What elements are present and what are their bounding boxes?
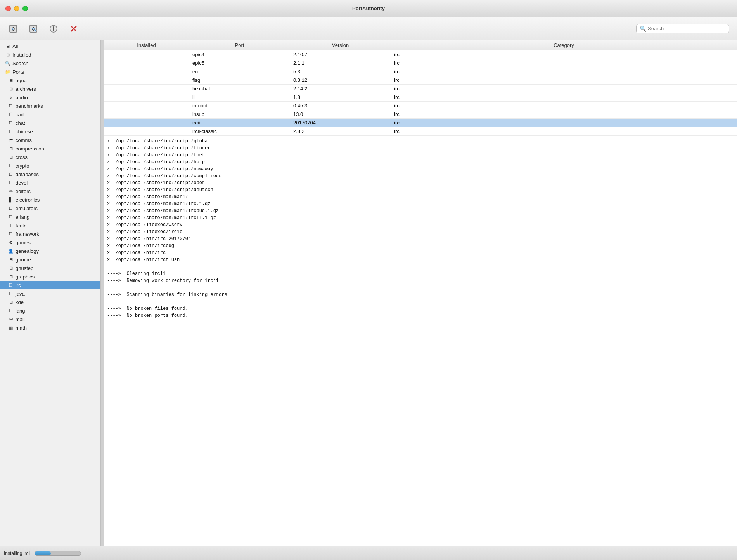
cell-installed-0 <box>104 54 189 55</box>
sidebar-label-archivers: archivers <box>16 86 36 92</box>
icon-benchmarks: ☐ <box>8 103 14 109</box>
sidebar-item-cross[interactable]: ⊞ cross <box>0 153 100 161</box>
icon-aqua: ⊞ <box>8 77 14 83</box>
table-row[interactable]: insub 13.0 irc <box>104 110 737 119</box>
sidebar-item-all[interactable]: ⊞ All <box>0 42 100 50</box>
sidebar-label-chinese: chinese <box>16 129 33 135</box>
sidebar-item-irc[interactable]: ☐ irc <box>0 281 100 289</box>
sidebar-item-graphics[interactable]: ⊞ graphics <box>0 272 100 281</box>
icon-math: ▦ <box>8 325 14 331</box>
cell-installed-8 <box>104 122 189 124</box>
icon-ports: 📁 <box>5 69 11 75</box>
sidebar-label-audio: audio <box>16 95 28 100</box>
table-row[interactable]: epic5 2.1.1 irc <box>104 59 737 67</box>
icon-lang: ☐ <box>8 308 14 314</box>
sidebar-item-lang[interactable]: ☐ lang <box>0 306 100 315</box>
table-row[interactable]: ircii 20170704 irc <box>104 119 737 127</box>
table-row[interactable]: infobot 0.45.3 irc <box>104 102 737 110</box>
sidebar-label-genealogy: genealogy <box>16 248 39 254</box>
cell-port-1: epic5 <box>189 59 290 67</box>
sidebar-item-search[interactable]: 🔍 Search <box>0 59 100 67</box>
sidebar-item-chat[interactable]: ☐ chat <box>0 119 100 127</box>
sidebar-item-aqua[interactable]: ⊞ aqua <box>0 76 100 85</box>
titlebar: PortAuthority <box>0 0 737 17</box>
sidebar-item-editors[interactable]: ✏ editors <box>0 187 100 195</box>
cell-installed-1 <box>104 62 189 64</box>
cell-port-0: epic4 <box>189 51 290 58</box>
sidebar-label-mail: mail <box>16 316 25 322</box>
cell-category-9: irc <box>391 128 737 135</box>
sidebar-item-math[interactable]: ▦ math <box>0 323 100 332</box>
sidebar-item-erlang[interactable]: ☐ erlang <box>0 213 100 221</box>
cell-category-0: irc <box>391 51 737 58</box>
sidebar-item-chinese[interactable]: ☐ chinese <box>0 127 100 136</box>
cell-version-2: 5.3 <box>290 68 391 75</box>
sidebar-item-electronics[interactable]: ▌ electronics <box>0 195 100 204</box>
sidebar-item-gnome[interactable]: ⊞ gnome <box>0 255 100 264</box>
sidebar-item-compression[interactable]: ⊞ compression <box>0 144 100 153</box>
traffic-lights <box>5 6 28 11</box>
sidebar-item-ports[interactable]: 📁 Ports <box>0 67 100 76</box>
table-row[interactable]: ircii-classic 2.8.2 irc <box>104 127 737 136</box>
sidebar-label-chat: chat <box>16 120 25 126</box>
sidebar-item-crypto[interactable]: ☐ crypto <box>0 161 100 170</box>
status-text: Installing ircii <box>4 551 31 556</box>
cell-category-6: irc <box>391 102 737 109</box>
icon-java: ☐ <box>8 290 14 297</box>
icon-databases: ☐ <box>8 171 14 177</box>
cell-installed-4 <box>104 88 189 90</box>
sidebar-item-audio[interactable]: ♪ audio <box>0 93 100 102</box>
cell-version-7: 13.0 <box>290 111 391 118</box>
sidebar-item-gnustep[interactable]: ⊞ gnustep <box>0 264 100 272</box>
sidebar-item-installed[interactable]: ⊞ Installed <box>0 50 100 59</box>
sidebar-item-fonts[interactable]: I fonts <box>0 221 100 230</box>
sidebar-item-emulators[interactable]: ☐ emulators <box>0 204 100 213</box>
table-row[interactable]: hexchat 2.14.2 irc <box>104 85 737 93</box>
icon-chinese: ☐ <box>8 128 14 135</box>
table-row[interactable]: fisg 0.3.12 irc <box>104 76 737 85</box>
sidebar-item-cad[interactable]: ☐ cad <box>0 110 100 119</box>
self-install-button[interactable] <box>24 20 43 37</box>
sidebar-item-devel[interactable]: ☐ devel <box>0 178 100 187</box>
cell-port-8: ircii <box>189 119 290 126</box>
table-row[interactable]: erc 5.3 irc <box>104 67 737 76</box>
sidebar-item-databases[interactable]: ☐ databases <box>0 170 100 178</box>
col-port-header: Port <box>189 41 290 50</box>
resizer[interactable] <box>101 40 104 546</box>
table-row[interactable]: ii 1.8 irc <box>104 93 737 102</box>
cell-installed-2 <box>104 71 189 73</box>
info-button[interactable] <box>44 20 63 37</box>
cell-version-3: 0.3.12 <box>290 76 391 84</box>
sidebar-item-benchmarks[interactable]: ☐ benchmarks <box>0 102 100 110</box>
icon-electronics: ▌ <box>8 197 14 203</box>
uninstall-button[interactable] <box>64 20 83 37</box>
install-button[interactable] <box>4 20 22 37</box>
table-row[interactable]: epic4 2.10.7 irc <box>104 50 737 59</box>
sidebar-item-genealogy[interactable]: 👤 genealogy <box>0 247 100 255</box>
icon-devel: ☐ <box>8 180 14 186</box>
sidebar-label-all: All <box>12 43 18 49</box>
icon-games: ⚙ <box>8 239 14 245</box>
sidebar-label-cad: cad <box>16 112 24 118</box>
sidebar-label-java: java <box>16 291 25 297</box>
search-box[interactable]: 🔍 <box>636 24 729 33</box>
sidebar-item-java[interactable]: ☐ java <box>0 289 100 298</box>
sidebar-label-fonts: fonts <box>16 223 26 228</box>
close-button[interactable] <box>5 6 11 11</box>
search-input[interactable] <box>648 26 726 31</box>
cell-port-4: hexchat <box>189 85 290 92</box>
sidebar-item-archivers[interactable]: ⊞ archivers <box>0 85 100 93</box>
icon-all: ⊞ <box>5 43 11 49</box>
sidebar-label-kde: kde <box>16 299 24 305</box>
sidebar-item-games[interactable]: ⚙ games <box>0 238 100 247</box>
sidebar-item-kde[interactable]: ⊞ kde <box>0 298 100 306</box>
cell-category-4: irc <box>391 85 737 92</box>
sidebar-item-mail[interactable]: ✉ mail <box>0 315 100 323</box>
minimize-button[interactable] <box>14 6 19 11</box>
cell-version-5: 1.8 <box>290 93 391 101</box>
maximize-button[interactable] <box>22 6 28 11</box>
sidebar-item-framework[interactable]: ☐ framework <box>0 230 100 238</box>
cell-port-5: ii <box>189 93 290 101</box>
cell-version-9: 2.8.2 <box>290 128 391 135</box>
sidebar-item-comms[interactable]: ⇄ comms <box>0 136 100 144</box>
